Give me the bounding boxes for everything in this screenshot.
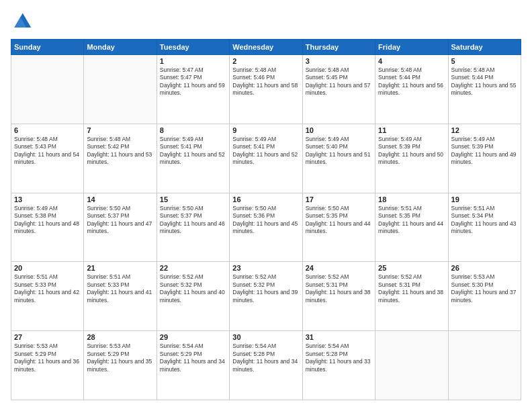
calendar-cell: 24Sunrise: 5:52 AM Sunset: 5:31 PM Dayli… [302,262,375,331]
day-number: 13 [14,195,81,203]
day-number: 15 [160,195,226,203]
calendar-week-row: 27Sunrise: 5:53 AM Sunset: 5:29 PM Dayli… [11,331,521,400]
day-number: 30 [232,333,299,341]
day-info: Sunrise: 5:54 AM Sunset: 5:28 PM Dayligh… [232,342,299,373]
day-info: Sunrise: 5:51 AM Sunset: 5:35 PM Dayligh… [378,205,445,236]
calendar-cell [84,55,157,124]
day-number: 14 [87,195,153,203]
day-info: Sunrise: 5:47 AM Sunset: 5:47 PM Dayligh… [160,66,226,97]
day-number: 23 [232,264,299,272]
day-info: Sunrise: 5:52 AM Sunset: 5:32 PM Dayligh… [232,273,299,304]
calendar-cell: 30Sunrise: 5:54 AM Sunset: 5:28 PM Dayli… [230,331,302,400]
day-number: 12 [451,126,518,134]
day-info: Sunrise: 5:48 AM Sunset: 5:43 PM Dayligh… [14,136,81,167]
calendar-cell: 16Sunrise: 5:50 AM Sunset: 5:36 PM Dayli… [230,193,302,262]
day-info: Sunrise: 5:54 AM Sunset: 5:29 PM Dayligh… [160,342,226,373]
day-info: Sunrise: 5:49 AM Sunset: 5:40 PM Dayligh… [306,136,372,167]
day-info: Sunrise: 5:49 AM Sunset: 5:41 PM Dayligh… [232,136,299,167]
calendar-cell: 1Sunrise: 5:47 AM Sunset: 5:47 PM Daylig… [157,55,229,124]
day-info: Sunrise: 5:49 AM Sunset: 5:38 PM Dayligh… [14,205,81,236]
calendar-cell: 6Sunrise: 5:48 AM Sunset: 5:43 PM Daylig… [11,124,84,193]
day-number: 3 [306,57,372,65]
weekday-header: Saturday [448,40,521,55]
calendar-cell: 2Sunrise: 5:48 AM Sunset: 5:46 PM Daylig… [230,55,302,124]
day-number: 4 [378,57,445,65]
weekday-header: Thursday [302,40,375,55]
logo-icon [11,11,32,32]
calendar-cell: 14Sunrise: 5:50 AM Sunset: 5:37 PM Dayli… [84,193,157,262]
calendar-cell: 8Sunrise: 5:49 AM Sunset: 5:41 PM Daylig… [157,124,229,193]
day-number: 31 [306,333,372,341]
calendar-cell: 19Sunrise: 5:51 AM Sunset: 5:34 PM Dayli… [448,193,521,262]
day-number: 11 [378,126,445,134]
day-info: Sunrise: 5:52 AM Sunset: 5:32 PM Dayligh… [160,273,226,304]
calendar-cell [11,55,84,124]
calendar-week-row: 13Sunrise: 5:49 AM Sunset: 5:38 PM Dayli… [11,193,521,262]
day-info: Sunrise: 5:51 AM Sunset: 5:33 PM Dayligh… [87,273,153,304]
calendar-cell: 15Sunrise: 5:50 AM Sunset: 5:37 PM Dayli… [157,193,229,262]
calendar-cell: 25Sunrise: 5:52 AM Sunset: 5:31 PM Dayli… [375,262,448,331]
day-info: Sunrise: 5:53 AM Sunset: 5:29 PM Dayligh… [87,342,153,373]
calendar-cell: 28Sunrise: 5:53 AM Sunset: 5:29 PM Dayli… [84,331,157,400]
day-info: Sunrise: 5:49 AM Sunset: 5:39 PM Dayligh… [378,136,445,167]
day-number: 29 [160,333,226,341]
day-number: 1 [160,57,226,65]
calendar-cell: 27Sunrise: 5:53 AM Sunset: 5:29 PM Dayli… [11,331,84,400]
day-info: Sunrise: 5:48 AM Sunset: 5:46 PM Dayligh… [232,66,299,97]
day-number: 5 [451,57,518,65]
calendar-cell [375,331,448,400]
day-number: 25 [378,264,445,272]
day-number: 2 [232,57,299,65]
calendar-header-row: SundayMondayTuesdayWednesdayThursdayFrid… [11,40,521,55]
weekday-header: Sunday [11,40,84,55]
day-info: Sunrise: 5:49 AM Sunset: 5:41 PM Dayligh… [160,136,226,167]
calendar-cell: 4Sunrise: 5:48 AM Sunset: 5:44 PM Daylig… [375,55,448,124]
calendar-cell: 7Sunrise: 5:48 AM Sunset: 5:42 PM Daylig… [84,124,157,193]
day-info: Sunrise: 5:48 AM Sunset: 5:45 PM Dayligh… [306,66,372,97]
calendar-cell: 10Sunrise: 5:49 AM Sunset: 5:40 PM Dayli… [302,124,375,193]
weekday-header: Friday [375,40,448,55]
calendar-cell: 26Sunrise: 5:53 AM Sunset: 5:30 PM Dayli… [448,262,521,331]
day-info: Sunrise: 5:54 AM Sunset: 5:28 PM Dayligh… [306,342,372,373]
calendar-cell: 31Sunrise: 5:54 AM Sunset: 5:28 PM Dayli… [302,331,375,400]
day-number: 19 [451,195,518,203]
day-number: 20 [14,264,81,272]
calendar-cell: 12Sunrise: 5:49 AM Sunset: 5:39 PM Dayli… [448,124,521,193]
calendar-cell [448,331,521,400]
calendar-cell: 29Sunrise: 5:54 AM Sunset: 5:29 PM Dayli… [157,331,229,400]
day-number: 28 [87,333,153,341]
weekday-header: Wednesday [230,40,302,55]
day-number: 7 [87,126,153,134]
calendar-week-row: 6Sunrise: 5:48 AM Sunset: 5:43 PM Daylig… [11,124,521,193]
day-info: Sunrise: 5:51 AM Sunset: 5:34 PM Dayligh… [451,205,518,236]
day-info: Sunrise: 5:51 AM Sunset: 5:33 PM Dayligh… [14,273,81,304]
day-number: 17 [306,195,372,203]
day-info: Sunrise: 5:50 AM Sunset: 5:36 PM Dayligh… [232,205,299,236]
calendar-cell: 21Sunrise: 5:51 AM Sunset: 5:33 PM Dayli… [84,262,157,331]
day-number: 22 [160,264,226,272]
header [11,11,521,32]
day-number: 27 [14,333,81,341]
calendar-cell: 13Sunrise: 5:49 AM Sunset: 5:38 PM Dayli… [11,193,84,262]
calendar-cell: 18Sunrise: 5:51 AM Sunset: 5:35 PM Dayli… [375,193,448,262]
calendar-cell: 3Sunrise: 5:48 AM Sunset: 5:45 PM Daylig… [302,55,375,124]
day-number: 18 [378,195,445,203]
day-number: 16 [232,195,299,203]
day-info: Sunrise: 5:53 AM Sunset: 5:30 PM Dayligh… [451,273,518,304]
day-number: 26 [451,264,518,272]
day-info: Sunrise: 5:50 AM Sunset: 5:37 PM Dayligh… [160,205,226,236]
day-info: Sunrise: 5:50 AM Sunset: 5:37 PM Dayligh… [87,205,153,236]
weekday-header: Monday [84,40,157,55]
calendar-week-row: 1Sunrise: 5:47 AM Sunset: 5:47 PM Daylig… [11,55,521,124]
day-info: Sunrise: 5:52 AM Sunset: 5:31 PM Dayligh… [378,273,445,304]
calendar-cell: 9Sunrise: 5:49 AM Sunset: 5:41 PM Daylig… [230,124,302,193]
day-info: Sunrise: 5:50 AM Sunset: 5:35 PM Dayligh… [306,205,372,236]
day-number: 21 [87,264,153,272]
calendar-cell: 11Sunrise: 5:49 AM Sunset: 5:39 PM Dayli… [375,124,448,193]
day-info: Sunrise: 5:48 AM Sunset: 5:44 PM Dayligh… [451,66,518,97]
calendar-cell: 5Sunrise: 5:48 AM Sunset: 5:44 PM Daylig… [448,55,521,124]
calendar-week-row: 20Sunrise: 5:51 AM Sunset: 5:33 PM Dayli… [11,262,521,331]
calendar-cell: 17Sunrise: 5:50 AM Sunset: 5:35 PM Dayli… [302,193,375,262]
day-info: Sunrise: 5:52 AM Sunset: 5:31 PM Dayligh… [306,273,372,304]
calendar-table: SundayMondayTuesdayWednesdayThursdayFrid… [11,39,521,400]
